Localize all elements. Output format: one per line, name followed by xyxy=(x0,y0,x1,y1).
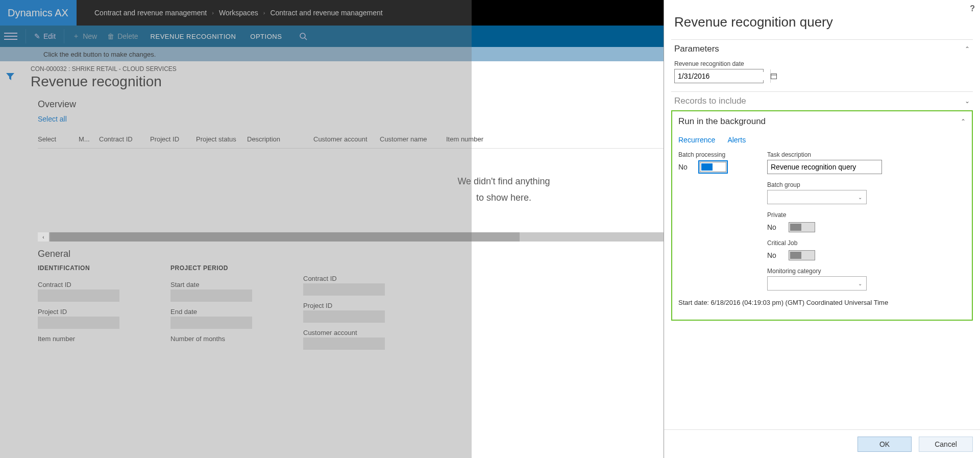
parameters-fasttab: Parameters ⌃ Revenue recognition date xyxy=(671,39,973,91)
private-value: No xyxy=(767,223,781,231)
svg-rect-3 xyxy=(771,74,777,79)
end-date-field xyxy=(170,317,252,329)
customer-account-label: Customer account xyxy=(303,329,385,336)
empty-line2: to show here. xyxy=(476,192,531,203)
identification-group: IDENTIFICATION Contract ID Project ID It… xyxy=(38,264,119,350)
extra-group: Contract ID Project ID Customer account xyxy=(303,275,385,350)
col-contract-id[interactable]: Contract ID xyxy=(99,135,150,145)
breadcrumb-item[interactable]: Workspaces xyxy=(219,9,258,17)
col-select[interactable]: Select xyxy=(38,135,79,145)
project-id-label: Project ID xyxy=(38,308,119,316)
item-number-label: Item number xyxy=(38,335,119,343)
select-all-link[interactable]: Select all xyxy=(38,115,67,123)
contract-id-field xyxy=(38,290,119,302)
batch-group-label: Batch group xyxy=(767,181,882,188)
end-date-label: End date xyxy=(170,308,252,316)
rev-date-field[interactable] xyxy=(675,72,770,80)
contract-id2-field xyxy=(303,283,385,296)
tab-options[interactable]: OPTIONS xyxy=(243,30,289,43)
monitoring-category-label: Monitoring category xyxy=(767,268,882,275)
batch-processing-toggle[interactable] xyxy=(700,162,726,172)
monitoring-category-select[interactable]: ⌄ xyxy=(767,276,867,291)
project-id2-label: Project ID xyxy=(303,302,385,309)
project-period-group: PROJECT PERIOD Start date End date Numbe… xyxy=(170,264,252,350)
project-id2-field xyxy=(303,310,385,323)
task-description-input[interactable] xyxy=(767,160,882,174)
start-date-text: Start date: 6/18/2016 (04:19:03 pm) (GMT… xyxy=(678,299,966,306)
svg-marker-2 xyxy=(6,73,14,80)
private-toggle[interactable] xyxy=(789,222,815,232)
col-m[interactable]: M... xyxy=(79,135,99,145)
critical-job-label: Critical Job xyxy=(767,239,882,247)
batch-processing-label: Batch processing xyxy=(678,151,726,158)
batch-group-select[interactable]: ⌄ xyxy=(767,190,867,204)
breadcrumb-item[interactable]: Contract and revenue management xyxy=(94,9,207,17)
ok-button[interactable]: OK xyxy=(857,437,912,452)
records-label: Records to include xyxy=(674,96,746,106)
svg-point-0 xyxy=(300,33,305,38)
contract-id-label: Contract ID xyxy=(38,281,119,288)
help-icon[interactable]: ? xyxy=(970,4,975,13)
chevron-down-icon: ⌄ xyxy=(858,195,862,200)
empty-line1: We didn't find anything xyxy=(457,176,550,186)
edit-button[interactable]: ✎ Edit xyxy=(29,29,61,43)
contract-id2-label: Contract ID xyxy=(303,275,385,282)
task-description-label: Task description xyxy=(767,151,882,158)
tab-revenue-recognition[interactable]: REVENUE RECOGNITION xyxy=(143,30,243,43)
records-fasttab: Records to include ⌄ xyxy=(671,91,973,110)
rev-date-input[interactable] xyxy=(674,69,764,83)
chevron-right-icon: › xyxy=(263,10,265,16)
background-label: Run in the background xyxy=(678,116,766,127)
calendar-icon[interactable] xyxy=(770,69,777,83)
project-period-heading: PROJECT PERIOD xyxy=(170,264,252,272)
new-button[interactable]: ＋ New xyxy=(67,29,102,44)
delete-label: Delete xyxy=(117,32,138,40)
plus-icon: ＋ xyxy=(72,32,80,41)
delete-button[interactable]: 🗑 Delete xyxy=(102,29,143,43)
background-fasttab: Run in the background ⌃ Recurrence Alert… xyxy=(675,112,969,315)
parameters-label: Parameters xyxy=(674,44,719,54)
new-label: New xyxy=(83,32,97,40)
scroll-left-icon[interactable]: ‹ xyxy=(38,232,49,242)
edit-label: Edit xyxy=(43,32,56,40)
search-button[interactable] xyxy=(294,29,312,43)
private-label: Private xyxy=(767,211,882,219)
col-customer-account[interactable]: Customer account xyxy=(313,135,380,145)
project-id-field xyxy=(38,317,119,329)
run-in-background-highlight: Run in the background ⌃ Recurrence Alert… xyxy=(671,110,973,321)
records-header[interactable]: Records to include ⌄ xyxy=(671,92,973,110)
menu-icon[interactable] xyxy=(4,30,17,43)
separator xyxy=(26,29,26,43)
brand-logo[interactable]: Dynamics AX xyxy=(0,0,77,26)
col-project-status[interactable]: Project status xyxy=(196,135,247,145)
pencil-icon: ✎ xyxy=(34,32,40,40)
scroll-thumb[interactable] xyxy=(50,232,520,242)
customer-account-field xyxy=(303,338,385,350)
col-item-number[interactable]: Item number xyxy=(446,135,497,145)
recurrence-link[interactable]: Recurrence xyxy=(678,136,715,144)
chevron-up-icon: ⌃ xyxy=(961,118,966,125)
svg-line-1 xyxy=(305,38,307,40)
chevron-right-icon: › xyxy=(212,10,214,16)
start-date-field xyxy=(170,290,252,302)
chevron-up-icon: ⌃ xyxy=(965,45,970,53)
filter-pane-toggle[interactable] xyxy=(0,61,20,92)
chevron-down-icon: ⌄ xyxy=(858,281,862,286)
filter-icon xyxy=(6,73,14,80)
separator xyxy=(64,29,64,43)
num-months-label: Number of months xyxy=(170,335,252,343)
dialog-panel: ? Revenue recognition query Parameters ⌃… xyxy=(664,0,980,458)
col-customer-name[interactable]: Customer name xyxy=(380,135,446,145)
col-project-id[interactable]: Project ID xyxy=(150,135,196,145)
alerts-link[interactable]: Alerts xyxy=(727,136,746,144)
background-header[interactable]: Run in the background ⌃ xyxy=(675,112,969,131)
col-description[interactable]: Description xyxy=(247,135,313,145)
critical-job-toggle[interactable] xyxy=(789,250,815,260)
dialog-footer: OK Cancel xyxy=(664,429,980,458)
cancel-button[interactable]: Cancel xyxy=(919,437,973,452)
trash-icon: 🗑 xyxy=(107,32,114,40)
rev-date-label: Revenue recognition date xyxy=(674,60,970,67)
parameters-header[interactable]: Parameters ⌃ xyxy=(671,40,973,58)
breadcrumb-item[interactable]: Contract and revenue management xyxy=(270,9,382,17)
critical-job-value: No xyxy=(767,251,781,259)
